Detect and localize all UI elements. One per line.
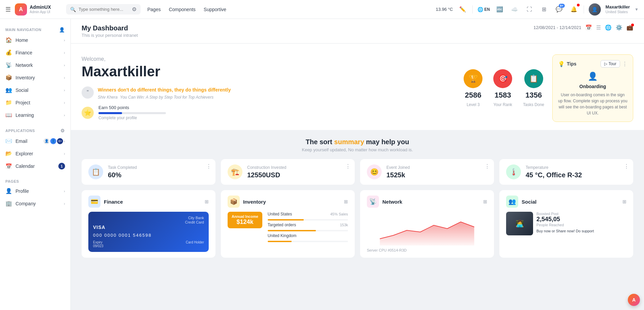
sidebar-label-network: Network <box>16 62 33 68</box>
tips-lightbulb-icon: 💡 <box>558 61 565 67</box>
filter-icon[interactable]: ⚙ <box>132 6 137 12</box>
task-card-label: Task Completed <box>108 165 209 170</box>
stat-label-level: Level 3 <box>467 102 480 107</box>
inventory-chevron: › <box>64 76 65 80</box>
menu-icon[interactable]: ☰ <box>5 6 11 13</box>
filter-header-icon[interactable]: ☰ <box>596 24 601 31</box>
sidebar-item-home[interactable]: 🏠 Home › <box>0 34 70 46</box>
event-card-icon: 😊 <box>367 164 382 179</box>
fullscreen-icon[interactable]: ⛶ <box>524 4 534 15</box>
network-chevron: › <box>64 63 65 67</box>
tips-header: 💡 Tips ▷ ▷ Tour Tour ⋮ <box>558 60 627 68</box>
nav-components[interactable]: Components <box>169 5 196 14</box>
widget-finance: 💳 Finance ⊞ City Bank Credit Card VISA 0… <box>82 190 215 258</box>
progress-section: ⭐ Earn 500 points Complete your profile <box>82 105 464 120</box>
sidebar-item-profile[interactable]: 👤 Profile › <box>0 185 70 197</box>
social-value: 2,545,05 <box>536 216 626 223</box>
apps-settings-icon[interactable]: ⚙ <box>60 128 65 133</box>
sidebar-item-project[interactable]: 📁 Project › <box>0 96 70 109</box>
inventory-expand-icon[interactable]: ⊞ <box>344 199 348 204</box>
inventory-widget-header: 📦 Inventory ⊞ <box>228 196 348 208</box>
visa-holder-label: Card Holder <box>186 240 204 244</box>
inv-country-uk: United Kingdom <box>268 233 296 238</box>
translate-icon[interactable]: 🔤 <box>495 4 505 15</box>
globe-header-icon[interactable]: 🌐 <box>605 24 612 31</box>
edit-icon[interactable]: ✏️ <box>458 4 468 15</box>
event-card-menu[interactable]: ⋮ <box>485 163 490 170</box>
language-selector[interactable]: 🌐 EN <box>477 7 490 12</box>
progress-content: Earn 500 points Complete your profile <box>98 105 464 120</box>
inv-row-us: United States 45% Sales <box>268 212 348 216</box>
tips-more-icon[interactable]: ⋮ <box>622 61 627 67</box>
search-bar[interactable]: 🔍 ⚙ <box>66 4 141 15</box>
sidebar-label-email: Email <box>16 138 27 144</box>
widget-network: 📡 Network ⊞ <box>360 190 494 258</box>
quote-block: " Winners don't do different things, the… <box>82 86 464 100</box>
inventory-inner: Annual Income $124k United States 45% Sa… <box>228 212 348 244</box>
wallet-header-icon[interactable]: 💼 <box>626 24 633 31</box>
network-area <box>380 222 474 246</box>
adminux-badge[interactable]: A <box>628 294 640 306</box>
sidebar-item-company[interactable]: 🏢 Company › <box>0 197 70 210</box>
sidebar-item-explorer[interactable]: 📂 Explorer › <box>0 147 70 160</box>
network-chart <box>367 212 487 246</box>
nav-supportive[interactable]: Supportive <box>204 5 226 14</box>
chat-icon[interactable]: 💬 9+ <box>554 4 564 15</box>
temp-card-value: 45 °C, Office R-32 <box>526 171 626 179</box>
task-card-menu[interactable]: ⋮ <box>206 163 211 170</box>
user-menu-chevron[interactable]: ▼ <box>635 7 639 12</box>
annual-value: $124k <box>236 218 253 226</box>
home-chevron: › <box>64 38 65 42</box>
finance-expand-icon[interactable]: ⊞ <box>205 199 209 204</box>
nav-pages[interactable]: Pages <box>147 5 161 14</box>
sidebar-item-calendar[interactable]: 📅 Calendar 1 <box>0 160 70 173</box>
app-logo: A AdminUX Admin App UI <box>15 3 62 16</box>
nav-settings-icon[interactable]: 👤 <box>59 27 65 32</box>
sidebar-item-learning[interactable]: 📖 Learning › <box>0 109 70 121</box>
email-chevron: › <box>64 139 65 143</box>
calendar-header-icon[interactable]: 📅 <box>585 24 592 31</box>
grid-icon[interactable]: ⊞ <box>539 4 549 15</box>
dashboard-header-right: 12/08/2021 - 12/14/2021 📅 ☰ 🌐 ⚙️ 💼 <box>533 24 633 31</box>
welcome-left: Welcome, Maxartkiller " Winners don't do… <box>82 56 464 120</box>
quote-icon: " <box>82 86 94 99</box>
cloud-icon[interactable]: ☁️ <box>509 4 520 15</box>
tips-person-icon: 👤 <box>558 72 627 81</box>
sidebar-item-network[interactable]: 📡 Network › <box>0 59 70 71</box>
search-input[interactable] <box>79 7 129 12</box>
progress-label: Earn 500 points <box>98 105 464 110</box>
settings-header-icon[interactable]: ⚙️ <box>616 24 622 31</box>
main-nav-title: Main navigation 👤 <box>0 24 70 34</box>
calendar-badge: 1 <box>58 163 65 170</box>
notification-icon[interactable]: 🔔 <box>569 4 579 15</box>
sidebar-item-inventory[interactable]: 📦 Inventory › <box>0 71 70 84</box>
social-widget-title: Social <box>522 199 536 205</box>
construction-card-menu[interactable]: ⋮ <box>345 163 351 170</box>
avatar[interactable]: 👤 <box>589 3 601 16</box>
stat-value-rank: 1583 <box>495 91 511 100</box>
stat-card-construction: 🏗️ Construction Invested 12550USD ⋮ <box>221 159 355 185</box>
social-expand-icon[interactable]: ⊞ <box>622 199 626 204</box>
construction-card-value: 12550USD <box>247 171 348 179</box>
sidebar-label-profile: Profile <box>16 188 29 194</box>
tips-title: Tips <box>567 61 577 67</box>
tour-button[interactable]: ▷ ▷ Tour Tour <box>601 60 620 68</box>
project-chevron: › <box>64 101 65 105</box>
inv-country-us: United States <box>268 212 292 216</box>
social-image: 👩‍💻 <box>506 212 533 235</box>
social-widget-icon: 👥 <box>506 196 518 208</box>
sidebar-item-email[interactable]: ✉️ Email 👤 👤 8+ › <box>0 135 70 147</box>
sidebar-item-social[interactable]: 👥 Social › <box>0 84 70 96</box>
temp-card-menu[interactable]: ⋮ <box>624 163 629 170</box>
visa-number: 000 0000 0001 546598 <box>93 233 204 238</box>
quote-book: You Can Win: A Step by Step Tool for Top… <box>120 95 213 100</box>
quote-text: Winners don't do different things, they … <box>98 86 231 94</box>
sidebar-item-finance[interactable]: 💰 Finance › <box>0 46 70 59</box>
inv-row-uk: United Kingdom <box>268 233 348 238</box>
construction-card-icon: 🏗️ <box>228 164 242 179</box>
temperature-display: 13.96 °C <box>436 7 453 12</box>
calendar-icon: 📅 <box>5 163 12 170</box>
stat-icon-rank: 🎯 <box>493 69 512 88</box>
network-expand-icon[interactable]: ⊞ <box>483 199 487 204</box>
stat-rank: 🎯 1583 Your Rank <box>493 69 512 107</box>
